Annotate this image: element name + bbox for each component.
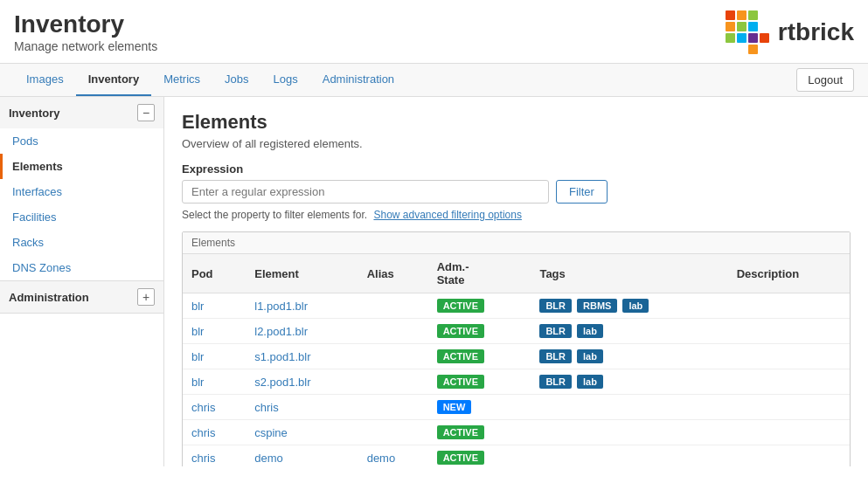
pod-link[interactable]: blr [191,376,204,389]
filter-row: Filter [182,180,851,204]
filter-input[interactable] [182,180,549,204]
sidebar-administration-title: Administration [9,291,89,304]
alias-link[interactable]: demo [367,452,396,465]
table-row: chris demo demo ACTIVE [183,445,850,467]
sidebar-item-facilities[interactable]: Facilities [0,204,163,230]
tag-badge: BLR [539,324,572,338]
sidebar-item-interfaces[interactable]: Interfaces [0,179,163,204]
sidebar-administration-expand-btn[interactable]: + [137,288,155,306]
cell-alias [358,319,428,344]
filter-button[interactable]: Filter [556,180,608,204]
cell-pod: chris [183,395,246,420]
table-header-row: Pod Element Alias Adm.-State Tags Descri… [183,254,850,293]
sidebar-item-dns-zones[interactable]: DNS Zones [0,255,163,280]
element-link[interactable]: l2.pod1.blr [254,325,308,338]
sidebar: Inventory − Pods Elements Interfaces Fac… [0,97,164,466]
cell-adm-state: ACTIVE [428,344,531,369]
element-link[interactable]: chris [254,401,278,414]
cell-tags: BLRlab [531,319,727,344]
cell-pod: blr [183,293,246,319]
cell-tags [531,445,727,467]
adm-state-badge: ACTIVE [437,349,484,363]
adm-state-badge: NEW [437,400,472,414]
adm-state-badge: ACTIVE [437,451,484,465]
cell-pod: blr [183,319,246,344]
app-title: Inventory [14,11,157,38]
cell-element: l1.pod1.blr [246,293,358,319]
tag-badge: RBMS [577,299,617,313]
sidebar-inventory-header[interactable]: Inventory − [0,97,163,128]
cell-element: demo [246,445,358,467]
adm-state-badge: ACTIVE [437,324,484,338]
cell-alias [358,420,428,445]
page-subtitle: Overview of all registered elements. [182,137,851,150]
col-alias: Alias [358,254,428,293]
pod-link[interactable]: blr [191,325,204,338]
cell-alias: demo [358,445,428,467]
nav-item-jobs[interactable]: Jobs [212,64,260,96]
col-element: Element [246,254,358,293]
svg-rect-5 [748,22,758,31]
cell-pod: blr [183,344,246,369]
svg-rect-8 [748,33,758,43]
table-row: blr l2.pod1.blr ACTIVE BLRlab [183,319,850,344]
logo-text: rtbrick [778,18,854,46]
cell-adm-state: ACTIVE [428,293,531,319]
cell-alias [358,344,428,369]
pod-link[interactable]: blr [191,300,204,313]
tag-badge: BLR [539,375,572,389]
cell-description [728,420,850,445]
sidebar-item-racks[interactable]: Racks [0,230,163,255]
pod-link[interactable]: chris [191,426,215,439]
nav-item-administration[interactable]: Administration [310,64,406,96]
table-row: chris cspine ACTIVE [183,420,850,445]
sidebar-item-elements[interactable]: Elements [0,154,163,179]
cell-tags: BLRlab [531,344,727,369]
element-link[interactable]: s1.pod1.blr [254,350,310,363]
pod-link[interactable]: chris [191,452,215,465]
svg-rect-3 [726,22,735,31]
main-layout: Inventory − Pods Elements Interfaces Fac… [0,97,868,466]
tag-badge: lab [622,299,649,313]
logout-button[interactable]: Logout [796,68,854,92]
nav-item-images[interactable]: Images [14,64,76,96]
cell-alias [358,395,428,420]
page-title: Elements [182,111,851,134]
cell-pod: chris [183,420,246,445]
cell-element: chris [246,395,358,420]
cell-adm-state: NEW [428,395,531,420]
element-link[interactable]: s2.pod1.blr [254,376,310,389]
table-row: chris chris NEW [183,395,850,420]
cell-tags [531,420,727,445]
cell-description [728,293,850,319]
cell-tags: BLRRBMSlab [531,293,727,319]
header: Inventory Manage network elements rtbric… [0,0,868,64]
filter-advanced-link[interactable]: Show advanced filtering options [373,209,521,221]
nav-item-logs[interactable]: Logs [261,64,310,96]
cell-tags [531,395,727,420]
sidebar-inventory-collapse-btn[interactable]: − [137,104,155,121]
element-link[interactable]: demo [254,452,283,465]
tags-cell: BLRRBMSlab [539,299,719,313]
table-row: blr l1.pod1.blr ACTIVE BLRRBMSlab [183,293,850,319]
nav-item-inventory[interactable]: Inventory [76,64,152,96]
pod-link[interactable]: chris [191,401,215,414]
cell-description [728,445,850,467]
cell-adm-state: ACTIVE [428,319,531,344]
elements-box: Elements Pod Element Alias Adm.-State Ta… [182,231,851,466]
cell-tags: BLRlab [531,369,727,395]
svg-rect-10 [748,45,758,54]
pod-link[interactable]: blr [191,350,204,363]
sidebar-item-pods[interactable]: Pods [0,128,163,154]
nav-item-metrics[interactable]: Metrics [151,64,212,96]
adm-state-badge: ACTIVE [437,299,484,313]
element-link[interactable]: cspine [254,426,288,439]
header-logo: rtbrick [724,9,854,56]
sidebar-inventory-title: Inventory [9,107,60,120]
tag-badge: lab [577,324,603,338]
element-link[interactable]: l1.pod1.blr [254,300,308,313]
header-left: Inventory Manage network elements [14,11,157,54]
sidebar-administration-header[interactable]: Administration + [0,281,163,313]
elements-table: Pod Element Alias Adm.-State Tags Descri… [183,254,850,466]
main-content: Elements Overview of all registered elem… [164,97,868,466]
